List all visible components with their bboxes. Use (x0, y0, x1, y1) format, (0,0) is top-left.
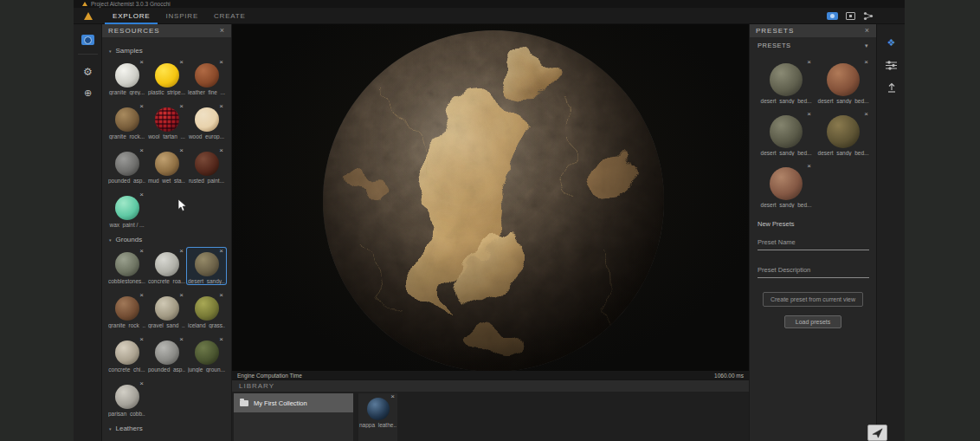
material-label: concrete_chi... (108, 366, 145, 373)
material-thumbnail[interactable]: ×pounded_asp... (107, 147, 146, 184)
material-thumbnail[interactable]: ×cobblestones... (107, 248, 146, 284)
material-sphere (827, 115, 860, 148)
thumbnail-grid: ×cobblestones...×concrete_roa...×desert_… (107, 248, 226, 417)
remove-icon[interactable]: × (807, 59, 811, 66)
material-thumbnail[interactable]: ×desert_sandy_bed... (758, 163, 814, 208)
remove-icon[interactable]: × (139, 59, 144, 66)
share-icon[interactable] (863, 11, 874, 21)
material-thumbnail[interactable]: ×parisan_cobb... (107, 380, 146, 417)
material-sphere (115, 107, 139, 132)
library-items: ×nappa_leathe... (358, 393, 397, 441)
alchemist-logo-icon (84, 12, 93, 20)
preset-description-input[interactable] (758, 264, 869, 278)
thumbnail-grid: ×granite_grey...×plastic_stripe...×leath… (107, 59, 226, 228)
section-label: Grounds (116, 236, 143, 243)
material-thumbnail[interactable]: ×rusted_paint... (187, 147, 226, 184)
remove-icon[interactable]: × (219, 336, 223, 343)
remove-icon[interactable]: × (139, 380, 144, 387)
remove-icon[interactable]: × (219, 59, 223, 66)
remove-icon[interactable]: × (179, 292, 184, 299)
remove-icon[interactable]: × (139, 103, 144, 110)
remove-icon[interactable]: × (179, 59, 184, 66)
remove-icon[interactable]: × (807, 111, 811, 118)
settings-button[interactable]: ⚙ (74, 62, 102, 82)
toolbar-divider (78, 54, 98, 55)
app-logo-icon (82, 2, 87, 6)
material-thumbnail[interactable]: ×wax_paint / ... (107, 191, 146, 228)
material-preview-sphere[interactable] (232, 24, 749, 371)
presets-toggle-button[interactable]: ❖ (877, 31, 906, 54)
preset-name-input[interactable] (758, 237, 869, 250)
remove-icon[interactable]: × (807, 163, 811, 170)
material-thumbnail[interactable]: ×desert_sandy_bed... (758, 59, 814, 104)
material-thumbnail[interactable]: ×desert_sandy_bed... (758, 111, 814, 156)
material-label: granite_grey... (108, 89, 145, 95)
camera-icon[interactable] (827, 12, 838, 20)
material-thumbnail[interactable]: ×concrete_chi... (107, 336, 146, 373)
remove-icon[interactable]: × (139, 336, 144, 343)
material-thumbnail[interactable]: ×gravel_sand_... (147, 292, 186, 328)
viewport-3d[interactable] (232, 24, 749, 371)
material-thumbnail[interactable]: ×desert_sandy_bed... (816, 59, 871, 104)
remove-icon[interactable]: × (219, 248, 223, 255)
material-sphere (115, 63, 139, 88)
remove-icon[interactable]: × (390, 393, 395, 400)
material-label: mud_wet_sta... (148, 178, 185, 184)
close-icon[interactable]: × (865, 27, 870, 35)
remove-icon[interactable]: × (139, 147, 144, 154)
section-header-grounds[interactable]: ▾Grounds (109, 236, 224, 243)
material-thumbnail[interactable]: ×wood_europ... (187, 103, 226, 139)
material-thumbnail[interactable]: ×wool_tartan_... (147, 103, 186, 139)
tab-inspire[interactable]: INSPIRE (158, 8, 206, 24)
display-icon[interactable] (846, 12, 855, 20)
collection-item[interactable]: My First Collection (234, 393, 353, 412)
material-thumbnail[interactable]: ×granite_rock_... (107, 292, 146, 328)
material-thumbnail[interactable]: ×granite_grey... (107, 59, 146, 95)
status-bar: Engine Computation Time 1060.00 ms (232, 371, 749, 379)
remove-icon[interactable]: × (179, 248, 184, 255)
load-presets-button[interactable]: Load presets (784, 315, 841, 328)
tab-create[interactable]: CREATE (206, 8, 254, 24)
material-thumbnail[interactable]: ×iceland_grass... (187, 292, 226, 328)
material-thumbnail[interactable]: ×desert_sandy... (187, 248, 226, 284)
remove-icon[interactable]: × (864, 59, 868, 66)
section-header-samples[interactable]: ▾Samples (109, 47, 224, 55)
tab-explore[interactable]: EXPLORE (105, 8, 158, 24)
remove-icon[interactable]: × (179, 147, 184, 154)
material-thumbnail[interactable]: ×jungle_groun... (187, 336, 226, 373)
material-sphere (195, 296, 219, 321)
material-thumbnail[interactable]: ×nappa_leathe... (358, 393, 397, 441)
material-label: plastic_stripe... (148, 89, 185, 95)
remove-icon[interactable]: × (864, 111, 868, 118)
paper-plane-button[interactable] (867, 425, 887, 441)
close-icon[interactable]: × (220, 27, 225, 35)
material-sphere (770, 63, 803, 96)
create-preset-button[interactable]: Create preset from current view (763, 292, 863, 307)
material-thumbnail[interactable]: ×desert_sandy_bed... (816, 111, 871, 156)
material-thumbnail[interactable]: ×concrete_roa... (147, 248, 186, 284)
material-sphere (115, 340, 139, 365)
remove-icon[interactable]: × (179, 336, 184, 343)
export-button[interactable] (877, 76, 906, 99)
presets-dropdown[interactable]: PRESETS ▾ (750, 37, 876, 54)
remove-icon[interactable]: × (139, 248, 144, 255)
material-thumbnail[interactable]: ×mud_wet_sta... (147, 147, 186, 184)
remove-icon[interactable]: × (219, 103, 223, 110)
material-thumbnail[interactable]: ×plastic_stripe... (147, 59, 186, 95)
materials-view-button[interactable] (74, 24, 102, 45)
remove-icon[interactable]: × (219, 292, 223, 299)
material-label: pounded_asp... (108, 178, 145, 184)
remove-icon[interactable]: × (219, 147, 223, 154)
section-header-leathers[interactable]: ▾Leathers (109, 425, 224, 432)
remove-icon[interactable]: × (179, 103, 184, 110)
material-sphere (155, 107, 179, 132)
material-thumbnail[interactable]: ×pounded_asp... (147, 336, 186, 373)
remove-icon[interactable]: × (139, 191, 144, 198)
material-thumbnail[interactable]: ×granite_rock... (107, 103, 146, 139)
material-label: pounded_asp... (148, 366, 185, 373)
parameters-button[interactable] (877, 54, 906, 76)
help-button[interactable]: ⊕ (74, 82, 102, 103)
remove-icon[interactable]: × (139, 292, 144, 299)
gear-icon: ⚙ (83, 66, 93, 78)
material-thumbnail[interactable]: ×leather_fine_... (187, 59, 226, 95)
